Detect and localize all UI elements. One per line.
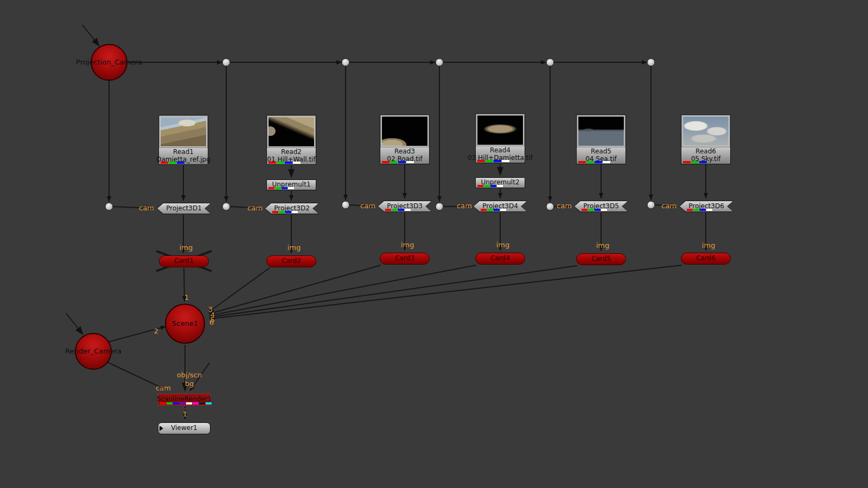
read3-thumbnail (381, 116, 428, 146)
node-card5[interactable]: Card5 (576, 253, 626, 265)
node-project3d6[interactable]: Project3D6 (679, 201, 733, 212)
port-label-cam-2: cam (247, 204, 263, 212)
card4-label: Card4 (490, 255, 510, 262)
read1-name: Read1 (173, 149, 194, 156)
render-camera-wires (105, 326, 166, 390)
node-render-camera[interactable]: Render_Camera (75, 333, 112, 370)
node-viewer1[interactable]: Viewer1 (158, 422, 210, 434)
project3d3-channel-indicators (385, 209, 411, 211)
read2-name: Read2 (281, 149, 302, 156)
node-read1[interactable]: Read1 Damietta_ref.jpg (158, 115, 208, 165)
projection-camera-label: Projection_Camera (76, 59, 142, 67)
port-label-cam-scanline: cam (156, 384, 171, 392)
node-card6[interactable]: Card6 (681, 253, 731, 265)
read-output-wires (183, 164, 706, 201)
read6-channel-indicators (683, 161, 707, 163)
node-read6[interactable]: Read6 05 Sky.tif (681, 114, 731, 164)
img-input-wires (183, 213, 706, 253)
read5-thumbnail (578, 116, 624, 146)
node-scene1[interactable]: Scene1 (165, 304, 205, 344)
scanlinerender1-channel-indicators (160, 402, 212, 404)
project3d4-channel-indicators (481, 209, 506, 211)
node-project3d4[interactable]: Project3D4 (473, 201, 527, 212)
node-read2[interactable]: Read2 01 Hill+Wall.tif (266, 115, 316, 165)
read5-name: Read5 (591, 148, 611, 156)
node-unpremult1[interactable]: Unpremult1 (266, 179, 316, 190)
card1-label: Card1 (174, 258, 194, 265)
read4-channel-indicators (477, 160, 509, 162)
node-projection-camera[interactable]: Projection_Camera (91, 44, 127, 81)
node-graph-canvas[interactable]: Projection_Camera Render_Camera Scene1 R… (0, 0, 868, 488)
port-label-img-1: img (180, 243, 193, 252)
project3d6-channel-indicators (687, 209, 712, 211)
project3d2-channel-indicators (272, 211, 298, 213)
read4-name: Read4 (490, 147, 510, 155)
viewer1-label: Viewer1 (171, 425, 197, 432)
read5-channel-indicators (578, 161, 610, 163)
scene-input-number-6: 6 (209, 318, 214, 326)
unpremult1-channel-indicators (269, 187, 294, 189)
card3-label: Card3 (395, 255, 414, 262)
project3d1-label: Project3D1 (166, 205, 202, 213)
port-label-img-4: img (496, 241, 510, 249)
unpremult2-channel-indicators (477, 185, 503, 187)
connection-wires (0, 0, 868, 488)
node-project3d3[interactable]: Project3D3 (378, 201, 432, 212)
port-label-img-6: img (702, 241, 716, 249)
port-label-cam-3: cam (360, 202, 375, 210)
project3d5-channel-indicators (582, 209, 607, 211)
scene-input-number-2: 2 (154, 327, 158, 335)
node-project3d1[interactable]: Project3D1 (157, 203, 211, 214)
card5-label: Card5 (591, 255, 611, 263)
read3-name: Read3 (394, 148, 415, 156)
viewer-input-notch-icon (159, 426, 163, 431)
node-card4[interactable]: Card4 (475, 253, 525, 265)
port-label-obj-scn: obj/scn (177, 371, 202, 379)
read4-thumbnail (477, 115, 524, 145)
read1-channel-indicators (161, 162, 184, 164)
node-unpremult2[interactable]: Unpremult2 (475, 177, 525, 188)
scene1-label: Scene1 (172, 320, 198, 328)
render-camera-label: Render_Camera (65, 348, 122, 356)
read2-channel-indicators (269, 162, 301, 164)
node-project3d2[interactable]: Project3D2 (265, 203, 319, 214)
node-read5[interactable]: Read5 04 Sea.tif (576, 114, 626, 164)
port-label-cam-5: cam (557, 202, 572, 210)
port-label-cam-4: cam (457, 202, 472, 210)
node-card2[interactable]: Card2 (266, 255, 316, 267)
node-read3[interactable]: Read3 02 Road.tif (380, 114, 430, 164)
read6-name: Read6 (695, 148, 716, 156)
read6-thumbnail (682, 116, 729, 146)
port-label-bg: bg (185, 380, 194, 388)
read3-channel-indicators (382, 161, 414, 163)
port-label-cam-1: cam (139, 204, 154, 212)
port-label-img-3: img (401, 241, 414, 249)
read2-thumbnail (268, 117, 315, 147)
node-project3d5[interactable]: Project3D5 (574, 201, 628, 212)
card6-label: Card6 (696, 255, 716, 262)
scene-input-number-1: 1 (184, 293, 189, 301)
node-card3[interactable]: Card3 (380, 253, 430, 265)
port-label-img-5: img (596, 241, 610, 249)
viewer-input-number-1: 1 (183, 410, 187, 418)
port-label-cam-6: cam (661, 202, 676, 210)
card-scene-wires (184, 265, 682, 319)
node-card1[interactable]: Card1 (159, 255, 209, 267)
node-read4[interactable]: Read4 03 Hill+Damietta.tif (475, 113, 525, 163)
card2-label: Card2 (282, 258, 301, 265)
read1-thumbnail (160, 117, 207, 147)
node-scanlinerender1[interactable]: ScanlineRender1 (158, 394, 210, 406)
port-label-img-2: img (288, 243, 301, 252)
